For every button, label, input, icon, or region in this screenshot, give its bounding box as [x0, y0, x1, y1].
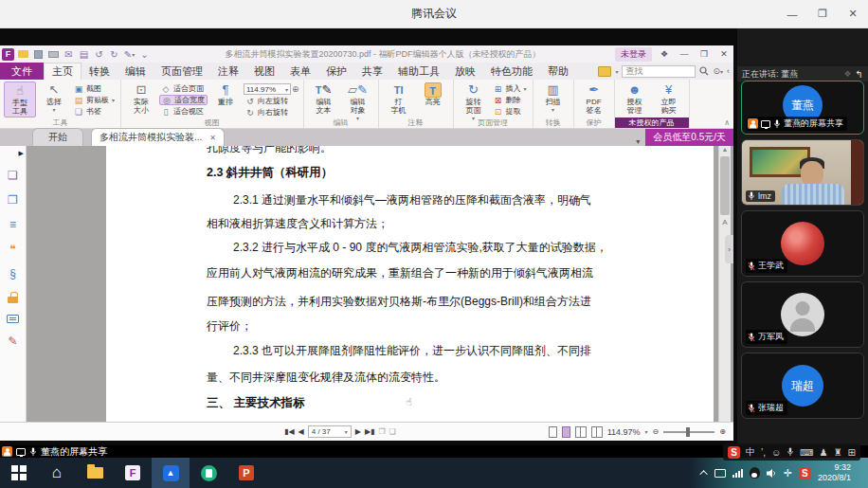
sogou-tray-icon[interactable]: S — [799, 467, 811, 479]
scan-button[interactable]: ▥扫描▾ — [537, 81, 570, 117]
display-tray-icon[interactable] — [714, 469, 726, 478]
quick-tool-icon[interactable]: ✎▾ — [123, 48, 136, 61]
tab-view[interactable]: 视图 — [246, 63, 282, 80]
tab-file[interactable]: 文件 — [0, 63, 44, 80]
voice-input-icon[interactable] — [787, 447, 794, 457]
foxit-logo-icon[interactable]: F — [2, 48, 14, 61]
zoom-slider-knob[interactable] — [686, 427, 690, 437]
pane-collapse-icon[interactable]: ‹ — [727, 66, 730, 76]
extract-pages-button[interactable]: ⊡提取 — [492, 106, 529, 117]
video-tile-zhangruichao[interactable]: 瑞超 张瑞超 — [741, 352, 864, 419]
maximize-icon[interactable]: ❐ — [807, 0, 838, 28]
security-panel-icon[interactable] — [8, 292, 18, 303]
punctuation-toggle[interactable]: ’, — [761, 447, 766, 458]
qq-tray-icon[interactable] — [750, 467, 760, 479]
fit-width-button[interactable]: ◎适合宽度 — [159, 95, 208, 105]
paste-icon[interactable]: ▤ — [78, 48, 90, 61]
layers-panel-icon[interactable]: ≡ — [7, 218, 20, 231]
input-lang-toggle[interactable]: 中 — [746, 445, 755, 459]
input-position-icon[interactable]: ✛ — [784, 467, 792, 479]
tab-page-management[interactable]: 页面管理 — [154, 63, 210, 80]
single-page-view-icon[interactable] — [549, 426, 557, 438]
hand-tool-button[interactable]: ☝手型 工具 — [4, 81, 36, 117]
toolbox-grid-icon[interactable]: ⊞ — [848, 447, 856, 458]
pdf-minimize-icon[interactable]: — — [677, 49, 692, 59]
foxit-pdf-button[interactable]: F — [114, 458, 152, 488]
balance-icon[interactable]: ♟ — [820, 447, 828, 458]
attachments-panel-icon[interactable]: § — [7, 267, 20, 280]
pdf-close-icon[interactable]: ✕ — [716, 49, 732, 59]
typewriter-button[interactable]: TI打 字机 — [383, 81, 415, 117]
zoom-in-status-icon[interactable]: ⊕ — [719, 427, 726, 436]
reflow-button[interactable]: ¶重排 — [209, 81, 242, 117]
prev-page-icon[interactable]: ◀ — [298, 427, 304, 436]
tab-form[interactable]: 表单 — [282, 63, 318, 80]
video-tile-wanjunfeng[interactable]: 万军凤 — [741, 281, 864, 348]
scrollbar-thumb[interactable] — [720, 156, 730, 215]
actual-size-button[interactable]: ⊡实际 大小 — [125, 81, 157, 117]
tab-list-dropdown-icon[interactable]: ▾ — [630, 137, 645, 146]
video-tile-dongyan[interactable]: 董燕 董燕的屏幕共享 — [741, 81, 864, 135]
layout-grid-icon[interactable]: ❖ — [844, 69, 852, 79]
highlight-button[interactable]: T高亮 — [417, 81, 449, 117]
docs-app-button[interactable] — [190, 458, 227, 488]
rotate-right-button[interactable]: ↻向右旋转 — [244, 107, 299, 117]
sogou-logo-icon[interactable]: S — [728, 446, 740, 459]
layout-switch-icon[interactable]: ❖ — [657, 49, 672, 59]
login-button[interactable]: 未登录 — [615, 47, 652, 62]
rotate-left-button[interactable]: ↺向左旋转 — [244, 96, 299, 106]
network-signal-icon[interactable] — [732, 469, 743, 478]
tab-home[interactable]: 主页 — [44, 63, 81, 80]
print-icon[interactable] — [47, 48, 60, 61]
taskbar-home-button[interactable]: ⌂ — [38, 458, 76, 488]
tab-features[interactable]: 特色功能 — [483, 63, 540, 80]
find-input[interactable] — [622, 65, 696, 78]
pdf-sign-button[interactable]: ✒PDF 签名 — [578, 81, 610, 117]
save-icon[interactable] — [32, 48, 45, 61]
prev-view-icon[interactable]: ❐ — [378, 427, 385, 436]
video-tile-lmz[interactable]: lmz — [741, 139, 864, 206]
tab-protect[interactable]: 保护 — [318, 63, 354, 80]
fit-visible-button[interactable]: ▯适合视区 — [159, 106, 208, 117]
highlight-color-icon[interactable] — [598, 66, 611, 77]
taskbar-clock[interactable]: 9:32 2020/8/1 — [818, 462, 853, 483]
open-file-icon[interactable] — [17, 48, 29, 61]
scroll-up-icon[interactable]: ▲ — [719, 146, 731, 155]
email-icon[interactable]: ✉ — [63, 48, 75, 61]
bookmarks-panel-icon[interactable]: ❏ — [7, 169, 20, 182]
color-dropdown-icon[interactable]: ▾ — [615, 68, 618, 75]
license-manage-button[interactable]: ☻授权 管理 — [619, 81, 651, 117]
video-tile-wangxuewu[interactable]: 王学武 — [741, 210, 864, 277]
tray-overflow-icon[interactable] — [699, 470, 707, 478]
zoom-out-icon[interactable]: ⊖ — [653, 427, 660, 436]
fields-panel-icon[interactable] — [7, 315, 19, 323]
emoji-icon[interactable]: ☺ — [771, 447, 781, 458]
first-page-icon[interactable]: ▮◀ — [284, 427, 295, 436]
tab-convert[interactable]: 转换 — [81, 63, 118, 80]
right-panel-handle[interactable]: › — [725, 235, 733, 263]
tab-help[interactable]: 帮助 — [540, 63, 576, 80]
tab-edit[interactable]: 编辑 — [118, 63, 154, 80]
continuous-view-icon[interactable] — [562, 426, 570, 438]
signatures-panel-icon[interactable]: ✎ — [7, 334, 20, 348]
ribbon-collapse-icon[interactable]: ∧ — [724, 118, 730, 127]
panel-expand-arrow-icon[interactable]: ▶ — [19, 150, 24, 157]
file-explorer-button[interactable] — [76, 458, 114, 488]
tencent-meeting-button[interactable]: ▲ — [152, 458, 190, 488]
member-promo-banner[interactable]: 会员低至0.5元/天 — [645, 129, 733, 146]
doc-tab-active[interactable]: 多相流井筒模拟实验装... ✕ — [91, 128, 225, 146]
clipboard-button[interactable]: ▤剪贴板▾ — [72, 95, 117, 105]
last-page-icon[interactable]: ▶▮ — [365, 427, 375, 436]
doc-tab-start[interactable]: 开始 — [32, 128, 83, 146]
undo-icon[interactable]: ↺ — [93, 48, 105, 61]
zoom-slider[interactable] — [663, 431, 714, 433]
soft-keyboard-icon[interactable]: ⌨ — [800, 447, 813, 458]
rotate-pages-button[interactable]: ↻旋转 页面▾ — [458, 81, 490, 117]
snapshot-button[interactable]: ▣截图 — [72, 83, 117, 94]
minimize-icon[interactable]: — — [777, 0, 807, 28]
zoom-in-icon[interactable]: ⊕ — [292, 84, 299, 94]
bookmark-button[interactable]: ❏书签 — [72, 106, 117, 117]
edit-object-button[interactable]: ▱✎编辑 对象▾ — [342, 81, 374, 117]
find-options-icon[interactable]: ⊙▾ — [713, 66, 723, 76]
next-page-icon[interactable]: ▶ — [355, 427, 361, 436]
